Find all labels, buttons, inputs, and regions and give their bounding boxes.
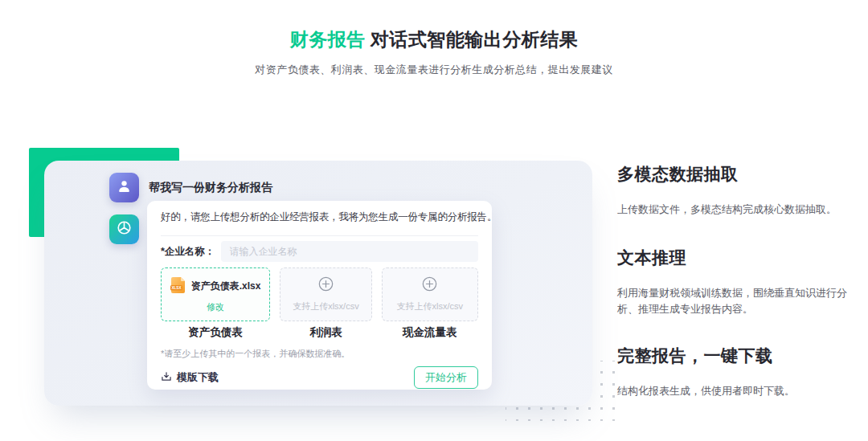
upload-hint: 支持上传xlsx/csv [397, 300, 464, 312]
page-subtitle: 对资产负债表、利润表、现金流量表进行分析生成分析总结，提出发展建议 [0, 63, 868, 77]
uploaded-file-row: XLSX 资产负债表.xlsx [170, 276, 261, 297]
upload-box-income-statement[interactable]: 支持上传xlsx/csv [280, 267, 371, 321]
upload-box-balance-sheet[interactable]: XLSX 资产负债表.xlsx 修改 [161, 267, 270, 321]
bot-message: 好的，请您上传想分析的企业经营报表，我将为您生成一份专属的分析报告。 [161, 210, 478, 224]
user-avatar [109, 173, 139, 202]
chat-panel: 帮我写一份财务分析报告 好的，请您上传想分析的企业经营报表，我将为您生成一份专属… [44, 161, 592, 406]
template-download-link[interactable]: 模版下载 [161, 370, 219, 385]
page-title: 财务报告对话式智能输出分析结果 [0, 27, 868, 52]
label-income-statement: 利润表 [280, 325, 371, 340]
bot-avatar [109, 214, 139, 244]
feature-description: 上传数据文件，多模态结构完成核心数据抽取。 [617, 202, 863, 218]
feature-title: 多模态数据抽取 [617, 163, 863, 186]
label-balance-sheet: 资产负债表 [161, 325, 270, 340]
upload-boxes: XLSX 资产负债表.xlsx 修改 支持上传xlsx/csv [161, 267, 478, 321]
divider [161, 235, 478, 236]
plus-circle-icon [422, 276, 437, 295]
feature-text-reasoning: 文本推理 利用海量财税领域训练数据，围绕垂直知识进行分析、推理生成专业报告内容。 [617, 247, 863, 317]
card-footer: 模版下载 开始分析 [161, 366, 478, 389]
svg-text:XLSX: XLSX [171, 285, 182, 289]
feature-description: 结构化报表生成，供使用者即时下载。 [617, 383, 863, 399]
feature-description: 利用海量财税领域训练数据，围绕垂直知识进行分析、推理生成专业报告内容。 [617, 285, 863, 317]
page-title-rest: 对话式智能输出分析结果 [371, 29, 579, 50]
download-icon [161, 371, 172, 385]
feature-title: 完整报告，一键下载 [617, 345, 863, 367]
company-name-row: *企业名称： [161, 241, 478, 262]
upload-note: *请至少上传其中的一个报表，并确保数据准确。 [161, 348, 478, 360]
uploaded-file-name: 资产负债表.xlsx [191, 280, 261, 293]
page: 财务报告对话式智能输出分析结果 对资产负债表、利润表、现金流量表进行分析生成分析… [0, 0, 868, 441]
user-message: 帮我写一份财务分析报告 [149, 181, 272, 195]
feature-list: 多模态数据抽取 上传数据文件，多模态结构完成核心数据抽取。 文本推理 利用海量财… [617, 161, 863, 418]
plus-circle-icon [318, 276, 334, 295]
label-cash-flow: 现金流量表 [382, 325, 478, 340]
upload-box-cash-flow[interactable]: 支持上传xlsx/csv [382, 267, 478, 321]
feature-multimodal-extraction: 多模态数据抽取 上传数据文件，多模态结构完成核心数据抽取。 [617, 163, 863, 218]
company-name-label: *企业名称： [161, 245, 215, 259]
feature-title: 文本推理 [617, 247, 863, 269]
upload-labels: 资产负债表 利润表 现金流量表 [161, 325, 478, 340]
user-icon [116, 178, 133, 198]
hero: 财务报告对话式智能输出分析结果 对资产负债表、利润表、现金流量表进行分析生成分析… [0, 27, 868, 77]
feature-report-download: 完整报告，一键下载 结构化报表生成，供使用者即时下载。 [617, 345, 863, 399]
start-analysis-button[interactable]: 开始分析 [414, 366, 478, 389]
upload-hint: 支持上传xlsx/csv [293, 300, 359, 312]
modify-file-link[interactable]: 修改 [207, 301, 224, 313]
excel-file-icon: XLSX [170, 276, 186, 297]
bot-logo-icon [115, 218, 133, 240]
company-name-input[interactable] [221, 241, 478, 262]
page-title-highlight: 财务报告 [290, 29, 366, 50]
template-download-label: 模版下载 [177, 370, 219, 385]
bot-message-card: 好的，请您上传想分析的企业经营报表，我将为您生成一份专属的分析报告。 *企业名称… [147, 201, 492, 390]
